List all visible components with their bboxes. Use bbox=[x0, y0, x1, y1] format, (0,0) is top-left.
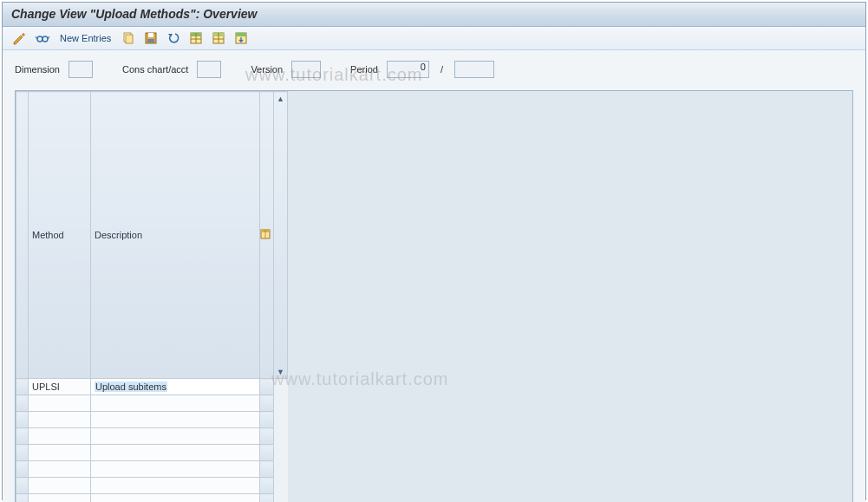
cell-method[interactable]: UPLSI bbox=[29, 379, 91, 395]
undo-icon[interactable] bbox=[165, 29, 182, 47]
cell-description[interactable] bbox=[91, 445, 260, 461]
col-header-description[interactable]: Description bbox=[91, 92, 260, 379]
cell-description[interactable] bbox=[91, 428, 260, 445]
svg-rect-3 bbox=[126, 35, 133, 43]
methods-table: Method Description ▲ ▼ UPLSIUpload subit… bbox=[16, 91, 288, 502]
svg-point-1 bbox=[42, 36, 48, 42]
dimension-input[interactable] bbox=[69, 61, 93, 78]
table-export-icon[interactable] bbox=[232, 29, 250, 47]
cell-method[interactable] bbox=[29, 428, 91, 445]
cell-description[interactable] bbox=[91, 494, 260, 503]
new-entries-button[interactable]: New Entries bbox=[56, 33, 114, 43]
pencil-glasses-icon[interactable] bbox=[11, 29, 29, 47]
row-select-handle[interactable] bbox=[16, 412, 29, 428]
dimension-label: Dimension bbox=[15, 64, 60, 75]
page-title: Change View "Upload Methods": Overview bbox=[3, 3, 865, 27]
cons-chart-input[interactable] bbox=[197, 61, 221, 78]
version-input[interactable] bbox=[291, 61, 321, 78]
filter-bar: Dimension Cons chart/acct Version Period… bbox=[3, 50, 865, 83]
cell-description[interactable] bbox=[91, 478, 260, 494]
main-toolbar: New Entries www.tutorialkart.com bbox=[3, 27, 865, 50]
svg-point-0 bbox=[37, 36, 42, 42]
row-select-handle[interactable] bbox=[16, 494, 29, 503]
cell-description[interactable]: Upload subitems bbox=[91, 379, 260, 395]
table-yellow-icon[interactable] bbox=[210, 29, 227, 47]
scroll-up-arrow[interactable]: ▲ bbox=[274, 92, 287, 105]
col-header-method[interactable]: Method bbox=[29, 92, 91, 379]
cell-method[interactable] bbox=[29, 395, 91, 412]
cell-description[interactable] bbox=[91, 395, 260, 412]
cell-tail bbox=[260, 412, 274, 428]
svg-rect-5 bbox=[148, 33, 153, 37]
app-window: Change View "Upload Methods": Overview N… bbox=[2, 2, 866, 500]
scroll-down-arrow[interactable]: ▼ bbox=[274, 365, 287, 378]
cell-method[interactable] bbox=[29, 478, 91, 494]
cell-method[interactable] bbox=[29, 412, 91, 428]
cell-tail bbox=[260, 445, 274, 461]
cell-description[interactable] bbox=[91, 412, 260, 428]
period-input[interactable]: 0 bbox=[387, 61, 429, 78]
row-select-handle[interactable] bbox=[16, 445, 29, 461]
svg-rect-6 bbox=[147, 39, 154, 42]
row-select-handle[interactable] bbox=[16, 478, 29, 494]
cell-tail bbox=[260, 379, 274, 395]
cell-tail bbox=[260, 478, 274, 494]
cell-tail bbox=[260, 395, 274, 412]
version-label: Version bbox=[251, 64, 283, 75]
svg-rect-16 bbox=[236, 33, 246, 36]
cell-description[interactable] bbox=[91, 461, 260, 478]
cons-chart-label: Cons chart/acct bbox=[122, 64, 188, 75]
col-select-all-icon[interactable] bbox=[260, 92, 274, 379]
row-select-handle[interactable] bbox=[16, 428, 29, 445]
table-green-icon[interactable] bbox=[187, 29, 205, 47]
save-icon[interactable] bbox=[142, 29, 160, 47]
period-label: Period bbox=[350, 64, 378, 75]
cell-method[interactable] bbox=[29, 461, 91, 478]
row-select-handle[interactable] bbox=[16, 395, 29, 412]
content-area: Method Description ▲ ▼ UPLSIUpload subit… bbox=[3, 83, 865, 502]
row-select-header[interactable] bbox=[16, 92, 29, 379]
row-select-handle[interactable] bbox=[16, 461, 29, 478]
period-separator: / bbox=[438, 64, 446, 75]
grid-container: Method Description ▲ ▼ UPLSIUpload subit… bbox=[15, 90, 853, 502]
cell-tail bbox=[260, 461, 274, 478]
cell-method[interactable] bbox=[29, 494, 91, 503]
copy-icon[interactable] bbox=[120, 29, 137, 47]
glasses-icon[interactable] bbox=[34, 29, 51, 47]
row-select-handle[interactable] bbox=[16, 379, 29, 395]
cell-method[interactable] bbox=[29, 445, 91, 461]
cell-tail bbox=[260, 428, 274, 445]
cell-tail bbox=[260, 494, 274, 503]
period-sub-input[interactable] bbox=[454, 61, 494, 78]
